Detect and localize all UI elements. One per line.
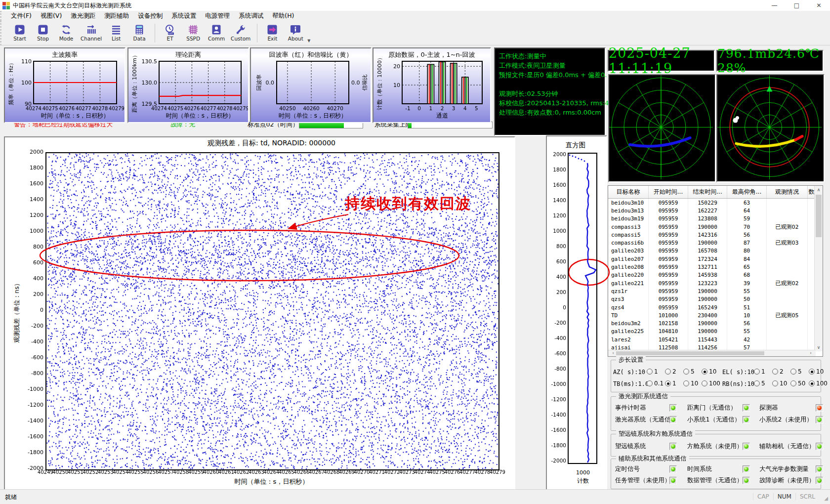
residual-xtick: 40272: [384, 469, 400, 475]
radio-rb-10[interactable]: 10: [772, 380, 787, 387]
svg-text:-600: -600: [554, 350, 566, 356]
radio-tb-1[interactable]: 1: [665, 380, 676, 387]
toolbar-button-start[interactable]: Start: [8, 24, 31, 42]
table-cell: 095959: [649, 239, 688, 247]
toolbar-button-label: Comm: [208, 36, 225, 42]
table-column-header-3[interactable]: 最高仰角...: [727, 186, 767, 198]
table-row[interactable]: galileo20309595916570880: [608, 247, 823, 255]
table-row[interactable]: beidou3m1909595912380859: [608, 215, 823, 223]
maximize-button[interactable]: □: [786, 0, 808, 11]
radio-rb-50[interactable]: 50: [790, 380, 805, 387]
radio-az-5[interactable]: 5: [683, 368, 695, 375]
minimize-button[interactable]: —: [763, 0, 786, 11]
elevation-track-display: [716, 74, 825, 182]
meteo-text: 796.1mb24.6℃ 28%: [717, 51, 823, 71]
table-row[interactable]: qzs409595916524951: [608, 303, 823, 311]
list-icon: [111, 24, 122, 35]
toolbar-button-channel[interactable]: Channel: [78, 24, 104, 42]
menu-item-6[interactable]: 电源管理: [201, 11, 234, 21]
table-row[interactable]: galileo22009595914593868: [608, 271, 823, 279]
table-row[interactable]: compassi6b09595919000087已观测03: [608, 239, 823, 247]
menu-item-0[interactable]: 文件(F): [6, 11, 36, 21]
menu-item-3[interactable]: 测距辅助: [100, 11, 133, 21]
comm-group-0: 激光测距系统通信事件计时器距离门（无通信）探测器激光器系统（无通信）小系统1（无…: [611, 396, 821, 431]
table-cell: 095959: [649, 199, 688, 207]
radio-rb-100[interactable]: 100: [809, 380, 828, 387]
toolbar-button-custom[interactable]: Custom: [228, 24, 253, 42]
table-cell: [767, 247, 808, 255]
radio-tb-0.1[interactable]: 0.1: [647, 380, 664, 387]
menu-item-1[interactable]: 视图(V): [36, 11, 66, 21]
toolbar-button-comm[interactable]: Comm: [205, 24, 228, 42]
toolbar-button-label: Start: [13, 36, 26, 42]
toolbar-button-list[interactable]: List: [105, 24, 127, 42]
table-row[interactable]: compassi309595919000070已观测02: [608, 223, 823, 231]
resize-grip[interactable]: ◢: [824, 496, 828, 501]
table-row[interactable]: galileo22510481019000055: [608, 328, 823, 336]
table-column-header-4[interactable]: 观测情况: [767, 186, 808, 198]
toolbar-button-about[interactable]: About: [284, 24, 307, 42]
table-row[interactable]: beidou3m1309595916222764: [608, 207, 823, 214]
work-status-line-2: 预报文件:星历0 偏差0.0ms + 偏差0.: [499, 70, 601, 80]
radio-el-10[interactable]: 10: [809, 368, 824, 375]
residual-xtick: 40253: [98, 469, 114, 475]
toolbar-button-et[interactable]: ET: [159, 24, 181, 42]
svg-text:距离（单位：1000km）: 距离（单位：1000km）: [131, 52, 138, 113]
table-row[interactable]: lares210542111544342: [608, 336, 823, 343]
scroll-down-icon[interactable]: ∨: [815, 345, 823, 350]
table-row[interactable]: galileo20709595917232484: [608, 255, 823, 263]
residual-xtick: 40264: [264, 469, 280, 475]
menu-item-8[interactable]: 帮助(H): [268, 11, 298, 21]
close-button[interactable]: ✕: [808, 0, 830, 11]
toolbar-button-data[interactable]: Data: [128, 24, 151, 42]
table-row[interactable]: compassi509595914231656: [608, 231, 823, 239]
comm-item-label: 事件计时器: [615, 404, 646, 412]
window-title: 中国科学院云南天文台空间目标激光测距系统: [13, 1, 131, 10]
menu-item-4[interactable]: 设备控制: [133, 11, 167, 21]
table-column-header-1[interactable]: 开始时间...: [649, 186, 688, 198]
table-row[interactable]: qzs1r09595919000055: [608, 287, 823, 295]
table-row[interactable]: beidou3m1009595915022963: [608, 199, 823, 207]
status-led-green: [816, 477, 823, 484]
radio-tb-100[interactable]: 100: [702, 380, 720, 387]
menu-item-5[interactable]: 系统设置: [167, 11, 201, 21]
radio-el-2[interactable]: 2: [772, 368, 784, 375]
radio-az-10[interactable]: 10: [702, 368, 716, 375]
svg-text:-1800: -1800: [551, 442, 566, 448]
radio-el-1[interactable]: 1: [754, 368, 765, 375]
toolbar-button-stop[interactable]: Stop: [32, 24, 54, 42]
radio-az-2[interactable]: 2: [665, 368, 676, 375]
menu-item-7[interactable]: 系统调试: [234, 11, 268, 21]
scroll-up-icon[interactable]: ∧: [815, 187, 823, 192]
toolbar-button-exit[interactable]: Exit: [261, 24, 284, 42]
table-column-header-2[interactable]: 结束时间...: [688, 186, 727, 198]
table-vertical-scrollbar[interactable]: ∧∨: [814, 186, 823, 351]
table-row[interactable]: galileo22109595912322339已观测02: [608, 279, 823, 287]
table-row[interactable]: qzs309595919000050: [608, 295, 823, 303]
toolbar-button-sspd[interactable]: SSPD: [182, 24, 205, 42]
radio-label: 5: [798, 368, 802, 375]
radio-icon: [665, 369, 671, 375]
radio-icon: [754, 369, 760, 375]
table-row[interactable]: galileo20809595913271165: [608, 263, 823, 271]
table-row[interactable]: TD10100023040010已观测05: [608, 311, 823, 319]
scroll-right-icon[interactable]: ›: [807, 350, 815, 355]
svg-text:600: 600: [556, 258, 566, 264]
radio-rb-5[interactable]: 5: [754, 380, 765, 387]
menu-item-2[interactable]: 激光测距: [66, 11, 100, 21]
radio-az-1[interactable]: 1: [647, 368, 658, 375]
target-schedule-table[interactable]: 目标名称开始时间...结束时间...最高仰角...观测情况数beidou3m10…: [608, 185, 823, 357]
toolbar-button-mode[interactable]: Mode: [55, 24, 78, 42]
table-cell: compassi5: [608, 231, 649, 239]
table-cell: [767, 336, 808, 343]
radio-el-5[interactable]: 5: [790, 368, 802, 375]
radio-label: 100: [709, 380, 720, 387]
table-column-header-0[interactable]: 目标名称: [608, 186, 649, 198]
wrench-icon: [235, 24, 246, 35]
svg-text:40275: 40275: [42, 106, 58, 111]
toolbar-overflow-caret[interactable]: ▼: [307, 39, 310, 43]
mini-chart-panel-theoretical-range: 理论距离130.5130.0129.5402744027540276402774…: [127, 47, 249, 123]
radio-tb-10[interactable]: 10: [683, 380, 698, 387]
table-row[interactable]: beidou3m210215819000056: [608, 319, 823, 327]
svg-text:0.0: 0.0: [351, 80, 360, 86]
